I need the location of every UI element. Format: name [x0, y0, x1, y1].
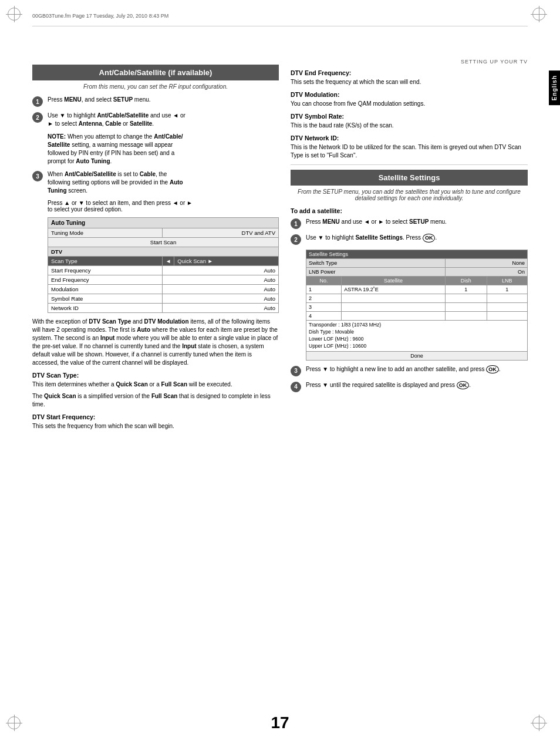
sat-no-3: 3 [306, 303, 342, 312]
col-dish: Dish [445, 277, 487, 285]
sat-info-text: Transponder : 1/83 (10743 MHz) Dish Type… [306, 321, 528, 352]
start-freq-value: Auto [162, 266, 278, 275]
dtv-start-freq-header: DTV Start Frequency: [32, 413, 279, 420]
sat-dish-3 [445, 303, 487, 312]
dtv-end-freq-text: This sets the frequency at which the sca… [291, 78, 528, 86]
auto-tuning-header: Auto Tuning [48, 218, 279, 228]
sat-step-1: 1 Press MENU and use ◄ or ► to select SE… [291, 218, 528, 229]
sat-name-2 [342, 294, 446, 303]
add-satellite-header: To add a satellite: [291, 207, 528, 214]
auto-tuning-table-wrapper: Auto Tuning Tuning Mode DTV and ATV Star… [48, 217, 279, 313]
step-number-3: 3 [32, 171, 43, 181]
step-3: 3 When Ant/Cable/Satellite is set to Cab… [32, 170, 279, 195]
sat-step-number-3: 3 [291, 366, 301, 376]
content-area: Ant/Cable/Satellite (if available) From … [32, 29, 528, 709]
end-freq-row: End Frequency Auto [48, 275, 279, 285]
end-freq-label: End Frequency [48, 275, 163, 285]
left-section-subtitle: From this menu, you can set the RF input… [32, 83, 279, 90]
start-scan-label: Start Scan [48, 238, 279, 247]
scan-type-arrow-left: ◄ [162, 257, 174, 266]
page-number: 17 [271, 713, 289, 732]
right-column: DTV End Frequency: This sets the frequen… [291, 29, 528, 709]
sat-no-2: 2 [306, 294, 342, 303]
step-number-2: 2 [32, 112, 43, 123]
sat-table-header-label: Satellite Settings [306, 250, 528, 259]
modulation-row: Modulation Auto [48, 285, 279, 294]
dtv-modulation-text: You can choose from five QAM modulation … [291, 100, 528, 108]
left-column: Ant/Cable/Satellite (if available) From … [32, 29, 279, 709]
dtv-row: DTV [48, 247, 279, 257]
dtv-end-freq-header: DTV End Frequency: [291, 69, 528, 76]
dtv-symbol-rate-header: DTV Symbol Rate: [291, 113, 528, 120]
dtv-network-id-header: DTV Network ID: [291, 134, 528, 142]
step-3b: Press ▲ or ▼ to select an item, and then… [48, 200, 279, 213]
sat-step-3-content: Press ▼ to highlight a new line to add a… [306, 365, 528, 374]
switch-type-row: Switch Type None [306, 259, 528, 268]
sat-step-3: 3 Press ▼ to highlight a new line to add… [291, 365, 528, 376]
col-lnb: LNB [487, 277, 527, 285]
sat-no-4: 4 [306, 312, 342, 321]
start-scan-row: Start Scan [48, 238, 279, 247]
table-header-row: Auto Tuning [48, 218, 279, 228]
step-2-content: Use ▼ to highlight Ant/Cable/Satellite a… [48, 112, 279, 128]
ok-symbol-4: OK [457, 381, 470, 390]
tuning-mode-row: Tuning Mode DTV and ATV [48, 228, 279, 238]
sat-step-4: 4 Press ▼ until the required satellite i… [291, 381, 528, 392]
sat-step-4-content: Press ▼ until the required satellite is … [306, 381, 528, 390]
start-freq-label: Start Frequency [48, 266, 163, 275]
switch-type-label: Switch Type [306, 259, 446, 268]
tuning-mode-label: Tuning Mode [48, 228, 163, 238]
sat-row-3: 3 [306, 303, 528, 312]
corner-decoration-br [531, 715, 554, 738]
satellite-settings-subtitle: From the SETUP menu, you can add the sat… [291, 188, 528, 201]
note-box: NOTE: When you attempt to change the Ant… [48, 133, 279, 166]
step-1: 1 Press MENU, and select SETUP menu. [32, 96, 279, 107]
scan-type-label: Scan Type [48, 257, 163, 266]
sat-row-1: 1 ASTRA 19.2˚E 1 1 [306, 285, 528, 294]
lnb-power-value: On [445, 268, 527, 277]
dtv-scan-type-text2: The Quick Scan is a simplified version o… [32, 392, 279, 409]
done-label: Done [306, 351, 528, 360]
sat-step-number-4: 4 [291, 382, 301, 392]
switch-type-value: None [445, 259, 527, 268]
corner-decoration-tl [6, 6, 29, 29]
sat-step-number-1: 1 [291, 218, 301, 229]
lnb-power-row: LNB Power On [306, 268, 528, 277]
network-id-row: Network ID Auto [48, 304, 279, 313]
dtv-scan-type-header: DTV Scan Type: [32, 372, 279, 379]
satellite-table: Satellite Settings Switch Type None LNB … [306, 250, 528, 361]
dtv-start-freq-text: This sets the frequency from which the s… [32, 422, 279, 430]
sat-lnb-2 [487, 294, 527, 303]
step-2: 2 Use ▼ to highlight Ant/Cable/Satellite… [32, 112, 279, 128]
symbol-rate-row: Symbol Rate Auto [48, 294, 279, 304]
sat-step-2-content: Use ▼ to highlight Satellite Settings. P… [306, 234, 528, 243]
dtv-label: DTV [48, 247, 279, 257]
page-header: 00GB03Tune.fm Page 17 Tuesday, July 20, … [32, 6, 528, 26]
corner-decoration-bl [6, 715, 29, 738]
sat-step-1-content: Press MENU and use ◄ or ► to select SETU… [306, 218, 528, 226]
symbol-rate-value: Auto [162, 294, 278, 304]
dtv-modulation-header: DTV Modulation: [291, 91, 528, 98]
sat-dish-4 [445, 312, 487, 321]
lnb-power-label: LNB Power [306, 268, 446, 277]
ok-symbol-2: OK [423, 234, 436, 243]
sat-no-1: 1 [306, 285, 342, 294]
sat-row-2: 2 [306, 294, 528, 303]
scan-type-row: Scan Type ◄ Quick Scan ► [48, 257, 279, 266]
modulation-label: Modulation [48, 285, 163, 294]
sat-col-headers: No. Satellite Dish LNB [306, 277, 528, 285]
network-id-value: Auto [162, 304, 278, 313]
sat-dish-2 [445, 294, 487, 303]
network-id-label: Network ID [48, 304, 163, 313]
done-row: Done [306, 351, 528, 360]
header-filename: 00GB03Tune.fm Page 17 Tuesday, July 20, … [32, 13, 528, 19]
dtv-scan-type-text1: This item determines whether a Quick Sca… [32, 381, 279, 389]
symbol-rate-label: Symbol Rate [48, 294, 163, 304]
body-text: With the exception of DTV Scan Type and … [32, 318, 279, 367]
sat-name-1: ASTRA 19.2˚E [342, 285, 446, 294]
auto-tuning-table: Auto Tuning Tuning Mode DTV and ATV Star… [48, 217, 279, 313]
sat-step-2: 2 Use ▼ to highlight Satellite Settings.… [291, 234, 528, 245]
sat-table-header: Satellite Settings [306, 250, 528, 259]
tuning-mode-value: DTV and ATV [162, 228, 278, 238]
sat-dish-1: 1 [445, 285, 487, 294]
